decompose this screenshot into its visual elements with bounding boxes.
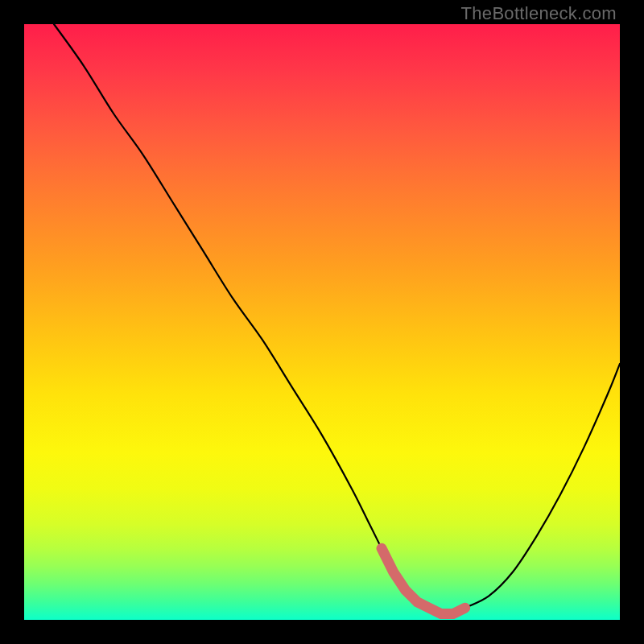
bottleneck-curve <box>54 24 620 615</box>
chart-frame: TheBottleneck.com <box>0 0 644 644</box>
curve-svg <box>24 24 620 620</box>
optimal-range-marker <box>382 548 465 613</box>
watermark-text: TheBottleneck.com <box>461 3 617 24</box>
plot-area <box>24 24 620 620</box>
